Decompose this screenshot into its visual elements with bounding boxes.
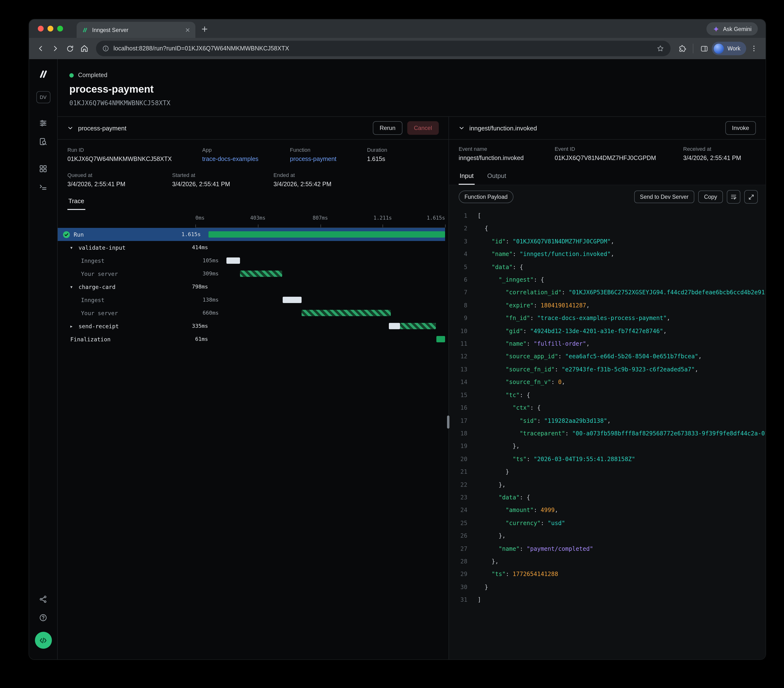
tab-output[interactable]: Output <box>486 169 507 185</box>
trace-row[interactable]: Finalization61ms <box>58 332 445 346</box>
home-button[interactable] <box>77 42 91 55</box>
meta-label: Duration <box>367 147 439 153</box>
trace-row[interactable]: Your server660ms <box>58 306 445 319</box>
filter-icon[interactable] <box>36 116 50 130</box>
line-number: 15 <box>455 388 468 402</box>
trace-row-duration: 105ms <box>181 257 226 264</box>
browser-tab[interactable]: Inngest Server <box>77 22 195 38</box>
bookmark-star-icon[interactable] <box>657 44 664 53</box>
dev-tools-button[interactable] <box>35 632 52 649</box>
trace-row-duration: 798ms <box>170 284 216 290</box>
code-line: 6 "_inngest": { <box>449 273 766 286</box>
line-number: 18 <box>455 427 468 440</box>
send-to-dev-server-button[interactable]: Send to Dev Server <box>634 191 695 203</box>
share-icon[interactable] <box>36 592 50 607</box>
trace-row[interactable]: Your server309ms <box>58 267 445 280</box>
cancel-button[interactable]: Cancel <box>407 121 439 135</box>
trace-bar <box>209 231 445 237</box>
profile-chip[interactable]: Work <box>712 42 746 55</box>
window-controls <box>29 20 68 38</box>
line-number: 10 <box>455 324 468 337</box>
trace-row[interactable]: ▸send-receipt335ms <box>58 319 445 332</box>
trace-row[interactable]: Run1.615s <box>58 228 445 241</box>
help-icon[interactable] <box>36 611 50 625</box>
trace-row-name: charge-card <box>79 283 115 290</box>
trace-row[interactable]: Inngest105ms <box>58 254 445 267</box>
function-link[interactable]: process-payment <box>290 156 367 163</box>
trace-row-lane <box>226 293 445 306</box>
duration-value: 1.615s <box>367 156 439 163</box>
forward-button[interactable] <box>48 42 62 55</box>
copy-button[interactable]: Copy <box>698 191 723 203</box>
rerun-button[interactable]: Rerun <box>373 121 402 135</box>
chevron-down-icon[interactable] <box>459 125 464 131</box>
app-sidebar: DV <box>29 59 58 659</box>
trace-row-lane <box>216 319 445 332</box>
ended-at-value: 3/4/2026, 2:55:42 PM <box>273 181 439 188</box>
line-number: 22 <box>455 478 468 491</box>
close-window-button[interactable] <box>38 26 44 31</box>
chevron-down-icon[interactable] <box>68 125 73 131</box>
meta-label: Function <box>290 147 367 153</box>
line-number: 13 <box>455 363 468 376</box>
trace-bar <box>301 310 390 316</box>
code-line: 17 "sid": "119282aa29b3d138", <box>449 414 766 427</box>
panel-resize-handle[interactable] <box>447 415 450 429</box>
trace-row-name: send-receipt <box>79 323 119 329</box>
chevron-right-icon[interactable]: ▸ <box>70 324 75 329</box>
url-text[interactable]: localhost:8288/run?runID=01KJX6Q7W64NMKM… <box>114 45 652 52</box>
side-panel-icon[interactable] <box>697 42 711 55</box>
functions-icon[interactable] <box>36 180 50 194</box>
trace-row-name: validate-input <box>79 244 125 251</box>
trace-row-lane <box>226 254 445 267</box>
word-wrap-icon[interactable] <box>727 190 740 204</box>
line-number: 25 <box>455 517 468 530</box>
extensions-icon[interactable] <box>675 42 689 55</box>
close-tab-icon[interactable] <box>185 27 191 33</box>
chevron-down-icon[interactable]: ▾ <box>70 284 75 289</box>
code-line: 4 "name": "inngest/function.invoked", <box>449 248 766 261</box>
code-line: 21 } <box>449 466 766 478</box>
run-search-icon[interactable] <box>36 134 50 149</box>
line-number: 1 <box>455 209 468 222</box>
apps-icon[interactable] <box>36 161 50 176</box>
trace-row[interactable]: ▾validate-input414ms <box>58 241 445 254</box>
meta-label: Queued at <box>68 172 172 178</box>
reload-button[interactable] <box>63 42 77 55</box>
line-number: 21 <box>455 466 468 478</box>
line-number: 30 <box>455 581 468 594</box>
trace-row-name: Finalization <box>70 336 110 342</box>
trace-bar <box>283 297 301 303</box>
new-tab-button[interactable] <box>201 26 208 35</box>
expand-icon[interactable] <box>744 190 758 204</box>
timeline-axis: 0ms403ms807ms1.211s1.615s <box>195 213 445 228</box>
workspace-badge[interactable]: DV <box>36 91 50 103</box>
code-line: 19 }, <box>449 440 766 453</box>
browser-menu-icon[interactable] <box>747 42 761 55</box>
inngest-logo-icon[interactable] <box>36 67 50 81</box>
invoke-button[interactable]: Invoke <box>725 121 756 135</box>
minimize-window-button[interactable] <box>48 26 53 31</box>
back-button[interactable] <box>34 42 48 55</box>
tab-trace[interactable]: Trace <box>68 194 85 210</box>
axis-label: 0ms <box>195 215 204 221</box>
tab-input[interactable]: Input <box>459 169 475 185</box>
trace-row[interactable]: Inngest138ms <box>58 293 445 306</box>
function-payload-pill[interactable]: Function Payload <box>459 191 514 203</box>
received-at-value: 3/4/2026, 2:55:41 PM <box>683 155 756 161</box>
url-bar[interactable]: localhost:8288/run?runID=01KJX6Q7W64NMKM… <box>96 41 671 56</box>
app-link[interactable]: trace-docs-examples <box>202 156 290 163</box>
run-meta-row1: Run ID01KJX6Q7W64NMKMWBNKCJ58XTX Apptrac… <box>58 140 448 165</box>
inngest-app: DV <box>29 59 766 659</box>
maximize-window-button[interactable] <box>57 26 63 31</box>
code-line: 25 "currency": "usd" <box>449 517 766 530</box>
ask-gemini-button[interactable]: Ask Gemini <box>707 22 758 35</box>
code-line: 2 { <box>449 222 766 235</box>
code-line: 14 "source_fn_v": 0, <box>449 376 766 389</box>
axis-tick <box>445 224 446 227</box>
site-info-icon[interactable] <box>102 45 109 52</box>
run-id: 01KJX6Q7W64NMKMWBNKCJ58XTX <box>69 99 754 107</box>
chevron-down-icon[interactable]: ▾ <box>70 245 75 250</box>
axis-label: 1.211s <box>374 215 392 221</box>
trace-row[interactable]: ▾charge-card798ms <box>58 280 445 293</box>
